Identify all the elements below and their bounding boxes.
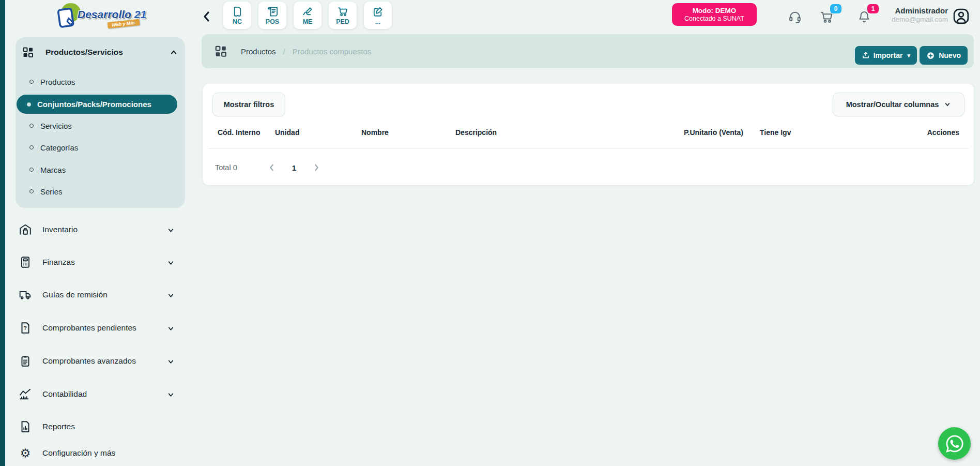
sidebar-item-inventario[interactable]: Inventario [13,219,184,240]
avatar-icon[interactable] [952,7,970,25]
sidebar-item-conjuntos-packs-promociones[interactable]: Conjuntos/Packs/Promociones [17,95,177,114]
mode-badge-title: Modo: DEMO [693,7,737,15]
sidebar-item-marcas[interactable]: Marcas [23,160,178,179]
chevron-up-icon[interactable] [170,48,178,56]
chevron-down-icon[interactable] [167,391,175,399]
gear-icon: ⚙ [19,446,32,460]
quick-action-label: PED [336,18,349,25]
sidebar-item-comprobantes-pendientes[interactable]: ? Comprobantes pendientes [13,318,184,338]
cart-button[interactable]: 0 [820,10,834,24]
quick-action-ped[interactable]: PED [329,2,357,29]
quick-action-label: ME [303,18,313,25]
edit-icon [372,6,384,18]
chevron-down-icon[interactable] [167,292,175,299]
caret-down-icon: ▾ [907,52,910,59]
chevron-down-icon[interactable] [167,325,175,333]
warehouse-icon [19,223,32,236]
sidebar-item-comprobantes-avanzados[interactable]: Comprobantes avanzados [13,351,184,371]
pagination-page-1[interactable]: 1 [292,163,296,172]
sidebar-group-label: Productos/Servicios [45,48,123,57]
pagination: Total 0 1 [215,159,321,176]
pagination-next-icon[interactable] [312,163,321,172]
import-button-label: Importar [874,51,903,59]
quick-action-me[interactable]: ME [294,2,321,29]
content-card: Mostrar filtros Mostrar/Ocultar columnas… [203,84,974,185]
chevron-down-icon[interactable] [167,358,175,366]
bullet-icon [27,102,31,107]
user-menu[interactable]: Administrador demo@gmail.com [879,6,948,23]
whatsapp-icon [945,434,964,454]
logo-text-main: Desarrollo [78,8,131,20]
breadcrumb-item-productos[interactable]: Productos [241,47,276,56]
sidebar-item-label: Series [40,187,63,196]
collapse-sidebar-icon[interactable] [202,10,212,23]
svg-text:?: ? [24,325,27,331]
plus-circle-icon [926,51,935,60]
sidebar-item-label: Servicios [40,122,72,130]
document-question-icon: ? [19,321,32,335]
chevron-down-icon[interactable] [167,259,175,267]
table-divider [208,148,969,149]
app-logo[interactable]: Desarrollo 21 Web y Más [52,2,155,31]
column-header-tiene-igv: Tiene Igv [760,128,791,137]
tablet-icon [53,5,80,31]
sidebar-item-label: Inventario [42,225,78,234]
quick-action-label: ... [375,18,380,25]
sidebar-item-configuracion[interactable]: ⚙ Configuración y más [13,443,184,463]
sidebar-item-label: Productos [40,78,75,86]
sidebar-item-label: Configuración y más [42,448,115,458]
report-icon [19,420,32,433]
grid-icon [22,46,34,58]
chevron-down-icon [944,101,951,108]
user-name: Administrador [879,6,948,15]
quick-action-more[interactable]: ... [364,2,392,29]
bullet-icon [29,189,34,193]
notifications-button[interactable]: 1 [857,10,871,24]
sidebar-item-reportes[interactable]: Reportes [13,416,184,437]
clipboard-icon [19,354,32,368]
import-button[interactable]: Importar ▾ [855,46,917,65]
bullet-icon [29,145,34,149]
column-header-descripcion: Descripción [455,128,497,137]
sidebar-item-label: Comprobantes pendientes [42,323,136,333]
sidebar-item-label: Comprobantes avanzados [42,356,136,366]
sidebar-accent-strip [0,0,5,466]
logo-text-number: 21 [134,8,146,20]
quick-action-pos[interactable]: POS [258,2,286,29]
sidebar-item-label: Finanzas [42,258,75,267]
quick-action-nc[interactable]: NC [223,2,251,29]
sidebar-item-series[interactable]: Series [23,182,178,201]
upload-icon [862,51,870,59]
sidebar-item-productos[interactable]: Productos [23,72,178,91]
whatsapp-button[interactable] [938,427,971,460]
sidebar-group-header[interactable]: Productos/Servicios [16,43,185,61]
sidebar-item-label: Guías de remisión [42,290,108,299]
sidebar-item-servicios[interactable]: Servicios [23,116,178,135]
breadcrumb-item-productos-compuestos: Productos compuestos [293,47,372,56]
sidebar-item-guias-de-remision[interactable]: Guías de remisión [13,284,184,305]
bullet-icon [29,168,34,172]
sidebar-item-label: Conjuntos/Packs/Promociones [37,100,151,109]
pagination-total: Total 0 [215,163,237,172]
bullet-icon [29,124,34,128]
breadcrumb-separator: / [283,47,285,56]
calculator-icon [19,255,32,269]
breadcrumb-bar: Productos / Productos compuestos Importa… [202,34,974,68]
sidebar-item-finanzas[interactable]: Finanzas [13,252,184,273]
demo-mode-badge[interactable]: Modo: DEMO Conectado a SUNAT [672,3,757,26]
grid-icon [214,44,227,58]
sidebar-item-label: Marcas [40,166,66,174]
sidebar-item-categorias[interactable]: Categorías [23,138,178,157]
show-hide-columns-button[interactable]: Mostrar/Ocultar columnas [833,93,964,116]
pagination-prev-icon[interactable] [267,163,277,172]
column-header-nombre: Nombre [361,128,389,137]
cart-icon [337,6,349,18]
sidebar-item-contabilidad[interactable]: Contabilidad [13,384,184,404]
sidebar-item-label: Contabilidad [42,389,87,399]
column-header-acciones: Acciones [927,128,959,137]
sidebar-item-label: Categorías [40,143,78,152]
headset-icon[interactable] [788,10,802,24]
show-filters-button[interactable]: Mostrar filtros [212,93,285,116]
chevron-down-icon[interactable] [167,227,175,234]
new-button[interactable]: Nuevo [920,46,968,65]
